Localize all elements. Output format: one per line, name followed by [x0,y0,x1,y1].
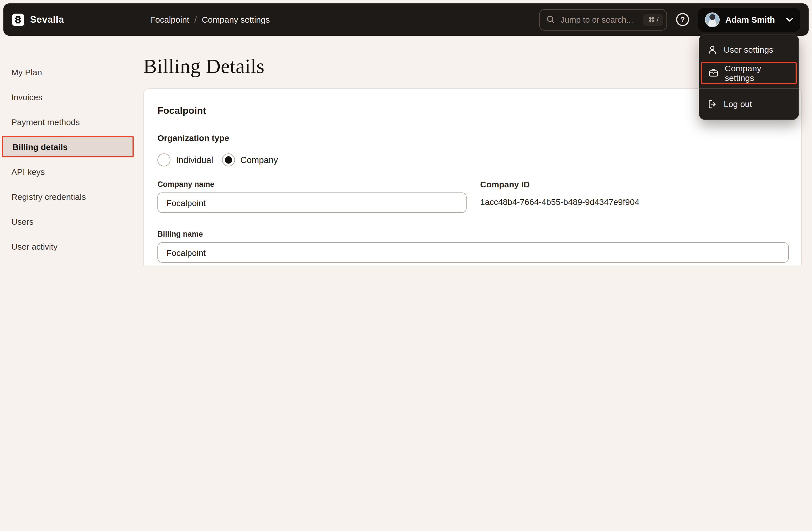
company-card-title: Focalpoint [157,105,788,117]
page-title: Billing Details [143,54,264,78]
search-input[interactable] [560,14,639,25]
search-shortcut-chip: ⌘ / [643,13,663,26]
billing-name-field-group: Billing name [157,229,789,263]
sidebar-item-user-activity[interactable]: User activity [0,236,143,257]
user-icon [707,44,717,55]
breadcrumb-separator: / [194,15,197,24]
menu-item-log-out[interactable]: Log out [699,93,798,115]
radio-circle-checked [222,153,235,166]
menu-item-company-settings[interactable]: Company settings [701,62,797,84]
help-button[interactable]: ? [676,13,689,26]
breadcrumb-org[interactable]: Focalpoint [150,15,189,24]
briefcase-icon [708,68,719,78]
company-id-value: 1acc48b4-7664-4b55-b489-9d4347e9f904 [480,196,789,208]
company-id-group: Company ID 1acc48b4-7664-4b55-b489-9d434… [480,179,789,213]
search-icon [547,15,555,24]
brand[interactable]: Sevalla [12,13,64,26]
user-menu-button[interactable]: Adam Smith [698,8,800,31]
organization-type-label: Organization type [157,132,788,144]
menu-item-label: User settings [724,45,773,54]
sidebar-item-billing-details[interactable]: Billing details [2,136,134,157]
top-bar: Sevalla Focalpoint / Company settings ⌘ … [3,3,809,36]
billing-name-input[interactable] [157,242,789,263]
sidebar-item-api-keys[interactable]: API keys [0,161,143,182]
breadcrumb-page[interactable]: Company settings [202,15,270,24]
sidebar-item-invoices[interactable]: Invoices [0,86,143,107]
avatar [705,12,720,27]
billing-name-label: Billing name [157,229,789,239]
brand-name: Sevalla [30,14,64,25]
breadcrumb: Focalpoint / Company settings [150,3,270,36]
user-menu: User settings Company settings Lo [699,34,799,120]
radio-circle [157,153,171,166]
organization-type-radio-group: Individual Company [157,153,788,166]
sidebar-item-users[interactable]: Users [0,210,143,232]
company-name-label: Company name [157,179,467,189]
company-name-input[interactable] [157,192,467,213]
menu-item-label: Company settings [725,63,789,83]
menu-divider [699,88,798,89]
radio-individual[interactable]: Individual [157,153,213,166]
sevalla-logo-icon [12,13,24,26]
sidebar-item-registry-credentials[interactable]: Registry credentials [0,186,143,207]
radio-company[interactable]: Company [222,153,278,166]
sidebar-item-payment-methods[interactable]: Payment methods [0,111,143,132]
sidebar: My Plan Invoices Payment methods Billing… [0,35,143,261]
topbar-right: ⌘ / ? Adam Smith [539,8,800,31]
logout-icon [707,99,717,109]
app-root: Sevalla Focalpoint / Company settings ⌘ … [0,0,812,265]
menu-item-user-settings[interactable]: User settings [699,39,798,61]
company-id-label: Company ID [480,179,789,190]
search-box[interactable]: ⌘ / [539,9,667,30]
sidebar-item-my-plan[interactable]: My Plan [0,61,143,83]
chevron-down-icon [786,17,793,22]
user-name: Adam Smith [725,15,780,24]
company-name-field-group: Company name [157,179,467,213]
menu-item-label: Log out [724,99,752,109]
